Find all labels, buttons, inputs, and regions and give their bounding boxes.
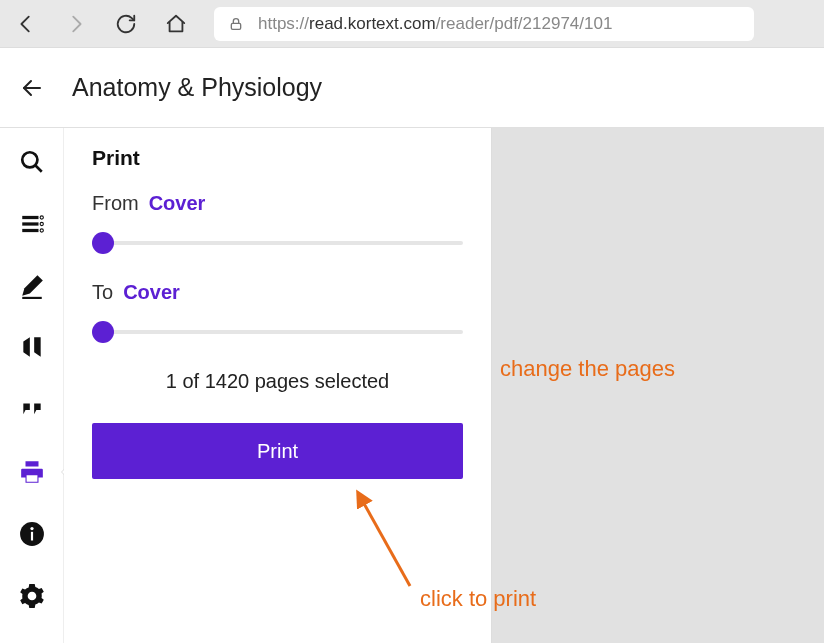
print-button[interactable]: Print [92,423,463,479]
home-icon[interactable] [164,12,188,36]
lock-icon [228,16,244,32]
back-icon[interactable] [14,12,38,36]
from-value: Cover [149,192,206,215]
url: https://read.kortext.com/reader/pdf/2129… [258,14,612,34]
svg-rect-10 [22,297,42,299]
quotes-icon[interactable] [18,396,46,424]
svg-point-9 [41,230,42,231]
slider-thumb[interactable] [92,232,114,254]
contents-icon[interactable] [18,210,46,238]
notes-icon[interactable] [18,272,46,300]
app-header: Anatomy & Physiology [0,48,824,128]
svg-rect-11 [26,475,37,482]
print-panel: Print From Cover To Cover [64,128,492,643]
svg-rect-0 [231,23,240,29]
slider-thumb[interactable] [92,321,114,343]
print-icon[interactable] [18,458,46,486]
to-label: To [92,281,113,304]
slider-track [104,241,463,245]
page-title: Anatomy & Physiology [72,73,322,102]
browser-chrome: https://read.kortext.com/reader/pdf/2129… [0,0,824,48]
app-back-icon[interactable] [20,76,44,100]
forward-icon[interactable] [64,12,88,36]
slider-track [104,330,463,334]
search-icon[interactable] [18,148,46,176]
main: Print From Cover To Cover [0,128,824,643]
sidebar [0,128,64,643]
panel-title: Print [92,146,463,170]
svg-point-2 [22,152,37,167]
to-value: Cover [123,281,180,304]
svg-rect-13 [30,532,32,541]
address-bar[interactable]: https://read.kortext.com/reader/pdf/2129… [214,7,754,41]
bookmarks-icon[interactable] [18,334,46,362]
info-icon[interactable] [18,520,46,548]
svg-point-8 [41,223,42,224]
content-area [492,128,824,643]
svg-point-7 [41,217,42,218]
reload-icon[interactable] [114,12,138,36]
from-slider-group: From Cover [92,192,463,255]
from-slider[interactable] [92,231,463,255]
settings-icon[interactable] [18,582,46,610]
svg-line-3 [35,165,42,172]
pages-selected-status: 1 of 1420 pages selected [92,370,463,393]
to-slider-group: To Cover [92,281,463,344]
svg-point-14 [30,527,33,530]
app: Anatomy & Physiology [0,48,824,643]
from-label: From [92,192,139,215]
to-slider[interactable] [92,320,463,344]
